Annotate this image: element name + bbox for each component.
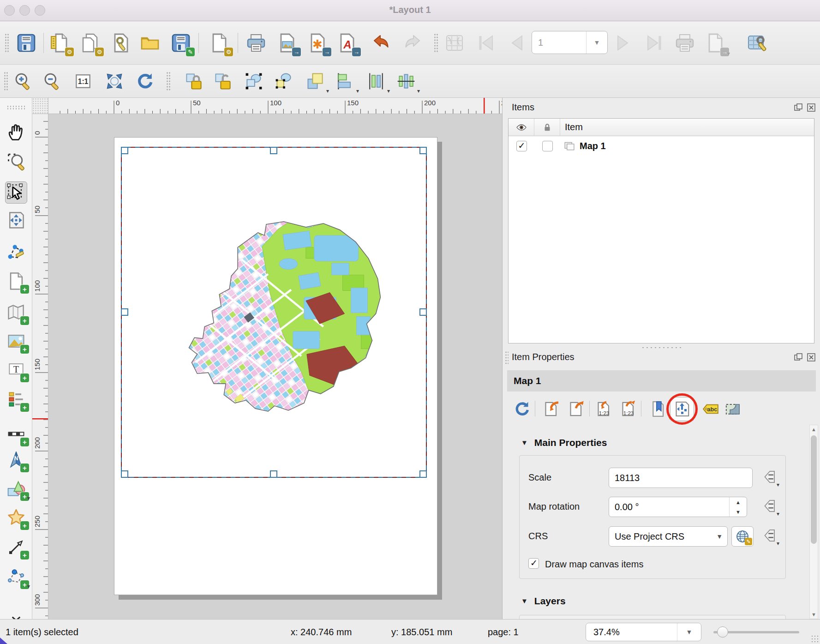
unlock-all-items[interactable] [212, 70, 234, 92]
float-panel-icon[interactable] [793, 352, 803, 362]
refresh-map-preview[interactable] [512, 399, 533, 419]
add-scalebar[interactable]: + [5, 423, 27, 445]
scale-input[interactable]: 18113 [609, 468, 753, 488]
zoom-in[interactable] [12, 70, 34, 92]
main-properties-header[interactable]: ▼Main Properties [521, 437, 607, 448]
add-arrow[interactable]: + [5, 536, 27, 558]
refresh-view[interactable] [134, 70, 156, 92]
select-crs-button[interactable]: ✎ [731, 526, 754, 547]
scale-data-defined-override[interactable]: ▾ [761, 468, 778, 488]
items-list-row-map1[interactable]: Map 1 [509, 136, 814, 156]
export-as-pdf[interactable]: A→ [335, 31, 359, 55]
toolbar-grip[interactable] [5, 33, 9, 53]
toolbar-grip[interactable] [434, 33, 438, 53]
undo[interactable] [369, 31, 393, 55]
float-panel-icon[interactable] [793, 102, 803, 113]
zoom-slider[interactable] [713, 620, 799, 644]
zoom-out[interactable] [41, 70, 63, 92]
select-move-item[interactable] [5, 181, 27, 204]
add-node-item[interactable]: +▾ [5, 566, 27, 588]
pan-layout[interactable] [5, 121, 27, 143]
last-feature[interactable] [642, 31, 666, 55]
save-project[interactable] [14, 31, 38, 55]
scroll-down-icon[interactable]: ▼ [810, 610, 818, 619]
toolbar-grip[interactable] [166, 72, 170, 91]
zoom-full[interactable] [103, 70, 126, 92]
align-selected-items[interactable]: ▾ [334, 70, 356, 92]
selection-handle[interactable] [419, 308, 427, 316]
properties-scrollbar[interactable]: ▲ ▼ [809, 425, 818, 619]
print-layout[interactable] [244, 31, 268, 55]
crs-combo[interactable]: Use Project CRS ▼ [609, 526, 728, 547]
zoom-tool[interactable] [5, 150, 27, 172]
toolbar-grip[interactable] [4, 72, 8, 91]
next-feature[interactable] [611, 31, 635, 55]
atlas-page-combo[interactable]: 1▼ [532, 31, 608, 54]
spinner-buttons[interactable]: ▲▼ [729, 497, 747, 517]
selection-handle[interactable] [121, 308, 128, 316]
add-page[interactable]: + [5, 270, 27, 292]
rotation-data-defined-override[interactable]: ▾ [761, 497, 778, 517]
new-layout[interactable]: ⚙ [48, 31, 72, 55]
add-legend[interactable]: + [5, 388, 27, 410]
export-as-image[interactable]: → [275, 31, 299, 55]
selection-handle[interactable] [419, 470, 427, 478]
edit-nodes-item[interactable] [5, 241, 27, 263]
close-panel-icon[interactable] [806, 352, 816, 362]
add-pages[interactable]: ⚙ [207, 31, 231, 55]
map-rotation-input[interactable]: 0.00 ° ▲▼ [609, 497, 747, 517]
move-item-content[interactable] [5, 209, 27, 231]
resize-selected-items[interactable]: ▾ [395, 70, 417, 92]
add-map[interactable]: + [5, 301, 27, 324]
export-atlas[interactable]: →▾ [703, 31, 727, 55]
redo[interactable] [401, 31, 425, 55]
raise-selected-items[interactable]: ▾ [304, 70, 326, 92]
group-items[interactable] [243, 70, 265, 92]
layout-canvas[interactable] [48, 114, 502, 619]
selection-handle[interactable] [419, 147, 427, 154]
panel-splitter[interactable] [641, 346, 682, 349]
crs-data-defined-override[interactable]: ▾ [761, 526, 778, 547]
close-panel-icon[interactable] [806, 102, 816, 113]
selection-handle[interactable] [121, 147, 128, 154]
zoom-level-combo[interactable]: 37.4% ▼ [586, 623, 701, 641]
selection-handle[interactable] [270, 470, 277, 478]
selection-handle[interactable] [270, 147, 277, 154]
bookmarks[interactable]: ▾ [648, 399, 669, 419]
selection-handle[interactable] [121, 470, 128, 478]
add-picture[interactable]: + [5, 330, 27, 352]
duplicate-layout[interactable]: ⚙ [78, 31, 102, 55]
labeling-settings[interactable]: abc [700, 399, 721, 419]
lock-selected-items[interactable] [183, 70, 205, 92]
add-marker[interactable]: + [5, 506, 27, 529]
add-items-from-template[interactable] [138, 31, 162, 55]
zoom-slider-handle[interactable] [717, 626, 728, 638]
layers-header[interactable]: ▼Layers [521, 596, 566, 607]
export-as-svg[interactable]: ✱→ [305, 31, 329, 55]
layout-manager[interactable] [109, 31, 133, 55]
zoom-actual-size[interactable]: 1:1 [72, 70, 94, 92]
set-map-scale-to-match-canvas[interactable]: 1:23 [594, 399, 614, 419]
preview-atlas[interactable] [443, 31, 467, 55]
set-map-extent-to-match-canvas[interactable] [541, 399, 562, 419]
draw-map-canvas-items-checkbox[interactable] [528, 558, 539, 569]
first-feature[interactable] [474, 31, 498, 55]
view-current-map-scale-in-canvas[interactable]: 1:23 [618, 399, 639, 419]
clipping-settings[interactable] [723, 399, 743, 419]
interactively-edit-map-extent[interactable] [672, 399, 692, 419]
ungroup-items[interactable] [273, 70, 295, 92]
lock-checkbox[interactable] [542, 141, 553, 151]
add-shape[interactable]: +▾ [5, 477, 27, 500]
scrollbar-thumb[interactable] [811, 435, 817, 544]
map-item-selection-frame[interactable] [121, 147, 427, 478]
toolbar-grip[interactable] [6, 105, 26, 109]
add-north-arrow[interactable]: N+ [5, 449, 27, 471]
add-label[interactable]: T+ [5, 359, 27, 381]
visibility-checkbox[interactable] [516, 141, 527, 151]
previous-feature[interactable] [505, 31, 529, 55]
view-current-map-extent-in-canvas[interactable] [566, 399, 587, 419]
scroll-up-icon[interactable]: ▲ [810, 425, 818, 433]
atlas-settings[interactable] [745, 31, 769, 55]
save-as-template[interactable]: ✎ [169, 31, 193, 55]
resize-grip[interactable] [811, 635, 818, 642]
